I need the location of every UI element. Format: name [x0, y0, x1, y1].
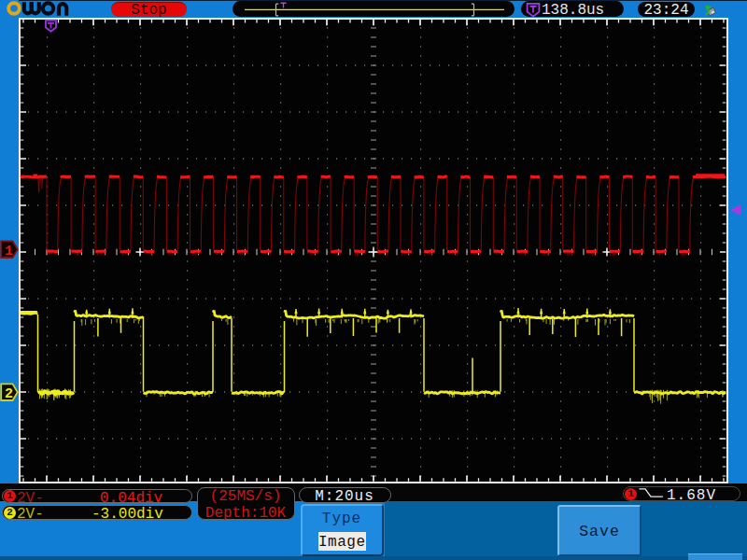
- svg-text:2: 2: [5, 386, 13, 402]
- svg-text:1: 1: [5, 244, 13, 259]
